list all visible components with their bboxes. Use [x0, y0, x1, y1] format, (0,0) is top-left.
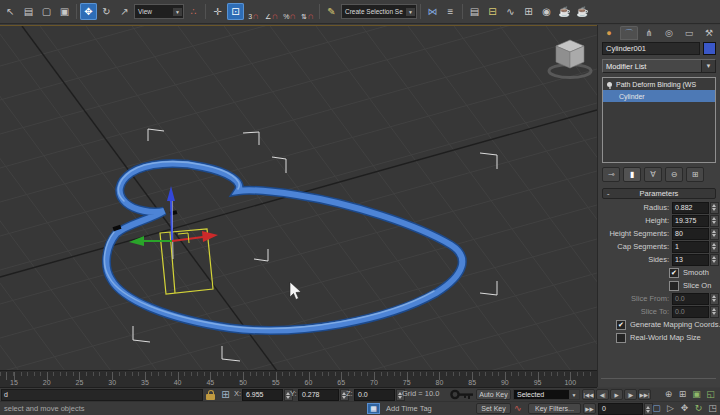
slice-on-checkbox[interactable] [669, 281, 679, 291]
tab-utilities[interactable]: ⚒ [700, 26, 718, 40]
tab-modify[interactable]: ⌒ [620, 26, 638, 40]
pan-button[interactable]: ✥ [678, 403, 691, 414]
chevron-down-icon[interactable]: ▼ [406, 8, 415, 16]
rectangular-selection-region-icon[interactable]: ▢ [38, 3, 55, 20]
chevron-down-icon[interactable]: ▼ [173, 8, 182, 16]
zoom-all-button[interactable]: ⊞ [676, 389, 689, 400]
height-segments-field[interactable]: 80 [672, 228, 709, 240]
go-to-start-button[interactable]: |◀◀ [582, 389, 595, 400]
play-button[interactable]: ▶ [610, 389, 623, 400]
height-spinner[interactable] [710, 215, 719, 227]
orbit-button[interactable]: ↻ [692, 403, 705, 414]
reference-coordinate-dropdown[interactable]: View▼ [134, 4, 184, 19]
zoom-region-button[interactable]: ▢ [650, 403, 663, 414]
sides-field[interactable]: 13 [672, 254, 709, 266]
modifier-enable-lightbulb-icon[interactable] [607, 82, 612, 87]
parameters-rollout-header[interactable]: - Parameters [602, 188, 716, 199]
previous-frame-button[interactable]: ◀| [596, 389, 609, 400]
go-to-end-button[interactable]: ▶▶| [638, 389, 651, 400]
window-crossing-icon[interactable]: ▣ [56, 3, 73, 20]
adaptive-degradation-icon[interactable]: ▦ [367, 403, 380, 414]
track-bar[interactable]: 1520253035404550556065707580859095100 [0, 370, 597, 388]
select-by-name-icon[interactable]: ▤ [20, 3, 37, 20]
height-field[interactable]: 19.375 [672, 215, 709, 227]
select-and-move-icon[interactable]: ✥ [80, 3, 97, 20]
layer-explorer-icon[interactable]: ⊟ [484, 3, 501, 20]
material-editor-icon[interactable]: ◉ [538, 3, 555, 20]
align-icon[interactable]: ≡ [442, 3, 459, 20]
default-tangent-curve-icon[interactable]: ∿ [514, 402, 522, 414]
use-pivot-point-center-icon[interactable]: ∴ [185, 3, 202, 20]
auto-key-button[interactable]: Auto Key [476, 389, 511, 400]
make-unique-button[interactable]: ∀ [644, 167, 662, 182]
tab-display[interactable]: ▭ [680, 26, 698, 40]
slice-from-field[interactable]: 0.0 [672, 293, 709, 305]
zoom-extents-button[interactable]: ▣ [690, 389, 703, 400]
key-mode-toggle[interactable]: ▶▶ [583, 403, 596, 414]
maximize-viewport-button[interactable]: ◳ [706, 403, 719, 414]
schematic-view-icon[interactable]: ⊞ [520, 3, 537, 20]
mirror-icon[interactable]: ⋈ [424, 3, 441, 20]
configure-modifier-sets-button[interactable]: ⊞ [686, 167, 704, 182]
field-of-view-button[interactable]: ▷ [664, 403, 677, 414]
set-keys-key-icon[interactable] [449, 388, 475, 401]
selected-set-key-dropdown[interactable]: Selected ▼ [513, 389, 580, 400]
chevron-down-icon[interactable]: ▼ [701, 60, 715, 72]
select-and-manipulate-icon[interactable]: ✛ [209, 3, 226, 20]
cap-segments-field[interactable]: 1 [672, 241, 709, 253]
radius-spinner[interactable] [710, 202, 719, 214]
manage-layers-icon[interactable]: ▤ [466, 3, 483, 20]
cap-segments-spinner[interactable] [710, 241, 719, 253]
tab-motion[interactable]: ◎ [660, 26, 678, 40]
show-end-result-button[interactable]: ▮ [623, 167, 641, 182]
perspective-viewport[interactable] [0, 25, 597, 371]
modifier-list-dropdown[interactable]: Modifier List ▼ [602, 59, 716, 73]
remove-modifier-button[interactable]: ⊖ [665, 167, 683, 182]
tab-create[interactable]: ● [600, 26, 618, 40]
angle-snap-toggle-icon[interactable]: ∠∩ [263, 3, 280, 20]
render-setup-icon[interactable]: ☕ [556, 3, 573, 20]
set-key-button[interactable]: Set Key [476, 403, 511, 414]
select-object-icon[interactable]: ↖ [2, 3, 19, 20]
add-time-tag[interactable]: Add Time Tag [386, 403, 432, 415]
edit-named-selection-sets-icon[interactable]: ✎ [323, 3, 340, 20]
snap-toggle-3d-icon[interactable]: 3∩ [245, 3, 262, 20]
x-coordinate-field[interactable]: 6.955 [242, 389, 283, 401]
modifier-stack-row[interactable]: Path Deform Binding (WS [603, 78, 715, 90]
zoom-extents-all-button[interactable]: ◱ [704, 389, 717, 400]
maxscript-mini-listener[interactable]: d [1, 389, 203, 401]
slice-to-spinner[interactable] [710, 306, 719, 318]
selection-lock-icon[interactable] [206, 390, 216, 400]
radius-field[interactable]: 0.882 [672, 202, 709, 214]
current-frame-field[interactable]: 0 [598, 403, 643, 415]
generate-mapping-coords-checkbox[interactable]: ✔ [616, 320, 626, 330]
chevron-down-icon[interactable]: ▼ [569, 390, 579, 399]
path-deformed-cylinder[interactable] [104, 162, 462, 331]
keyboard-shortcut-override-icon[interactable]: ⊡ [227, 3, 244, 20]
spinner-snap-toggle-icon[interactable]: ⇅∩ [299, 3, 316, 20]
next-frame-button[interactable]: |▶ [624, 389, 637, 400]
curve-editor-icon[interactable]: ∿ [502, 3, 519, 20]
z-coordinate-field[interactable]: 0.0 [354, 389, 395, 401]
render-production-icon[interactable]: ☕ [574, 3, 591, 20]
key-filters-button[interactable]: Key Filters... [528, 403, 581, 414]
gizmo-xy-plane-handle[interactable] [178, 233, 189, 243]
object-name-field[interactable]: Cylinder001 [602, 42, 700, 55]
object-color-swatch[interactable] [703, 42, 716, 55]
select-and-scale-icon[interactable]: ↗ [116, 3, 133, 20]
height-segments-spinner[interactable] [710, 228, 719, 240]
percent-snap-toggle-icon[interactable]: %∩ [281, 3, 298, 20]
smooth-checkbox[interactable]: ✔ [669, 268, 679, 278]
slice-from-spinner[interactable] [710, 293, 719, 305]
select-and-rotate-icon[interactable]: ↻ [98, 3, 115, 20]
pin-stack-button[interactable]: ⊸ [602, 167, 620, 182]
sides-spinner[interactable] [710, 254, 719, 266]
real-world-map-size-checkbox[interactable] [616, 333, 626, 343]
zoom-button[interactable]: ⊕ [662, 389, 675, 400]
absolute-mode-icon[interactable]: ⊞ [219, 389, 232, 400]
viewcube[interactable] [549, 40, 591, 78]
slice-to-field[interactable]: 0.0 [672, 306, 709, 318]
tab-hierarchy[interactable]: ⋔ [640, 26, 658, 40]
y-coordinate-field[interactable]: 0.278 [298, 389, 339, 401]
modifier-stack-row[interactable]: Cylinder [603, 90, 715, 102]
